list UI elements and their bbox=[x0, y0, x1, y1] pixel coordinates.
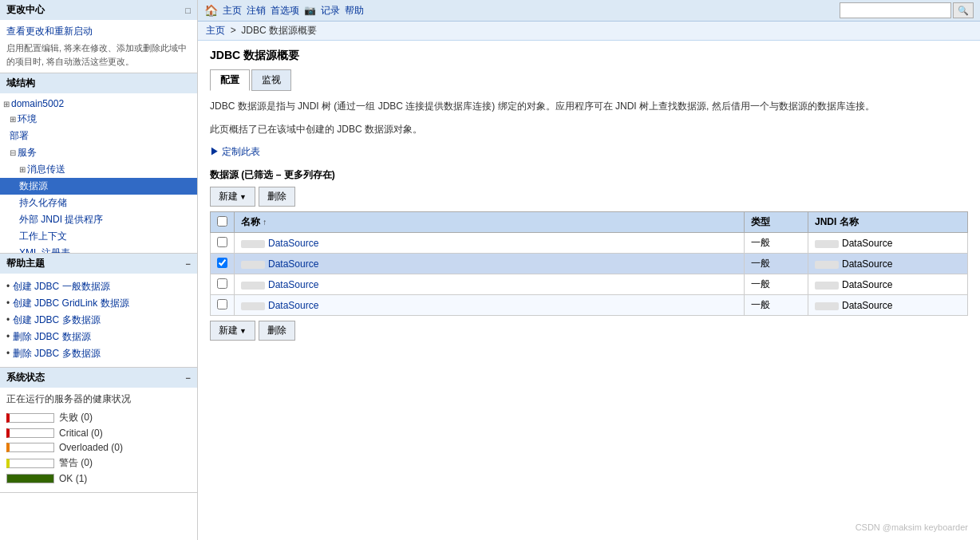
nav-preferences[interactable]: 首选项 bbox=[271, 4, 299, 18]
help-item: 删除 JDBC 数据源 bbox=[6, 329, 191, 345]
table-header: 名称 ↑ 类型 JNDI 名称 bbox=[211, 212, 968, 233]
home-icon: 🏠 bbox=[204, 4, 218, 17]
domain-header: 域结构 bbox=[0, 73, 197, 93]
tree-item[interactable]: 部署 bbox=[0, 128, 197, 144]
help-item: 创建 JDBC GridLink 数据源 bbox=[6, 295, 191, 312]
status-item: OK (1) bbox=[6, 473, 191, 484]
help-title: 帮助主题 bbox=[6, 257, 45, 270]
tree-item-link[interactable]: 外部 JNDI 提供程序 bbox=[19, 214, 103, 225]
datasource-name-link[interactable]: DataSource bbox=[268, 300, 318, 311]
tab-monitor[interactable]: 监视 bbox=[251, 69, 291, 91]
new-button-bottom[interactable]: 新建 ▼ bbox=[210, 321, 255, 341]
status-items: 失败 (0)Critical (0)Overloaded (0)警告 (0)OK… bbox=[6, 411, 191, 484]
status-bar bbox=[6, 443, 54, 452]
header-type[interactable]: 类型 bbox=[745, 212, 808, 233]
datasource-name-link[interactable]: DataSource bbox=[268, 238, 318, 249]
row-checkbox[interactable] bbox=[217, 299, 227, 309]
status-bar bbox=[6, 413, 54, 423]
tree-item-link[interactable]: 服务 bbox=[18, 147, 37, 158]
description-1: JDBC 数据源是指与 JNDI 树 (通过一组 JDBC 连接提供数据库连接)… bbox=[210, 99, 968, 114]
row-type-cell: 一般 bbox=[745, 254, 808, 274]
breadcrumb-home[interactable]: 主页 bbox=[206, 25, 225, 36]
tree-item[interactable]: 工作上下文 bbox=[0, 228, 197, 245]
tree-item[interactable]: ⊞环境 bbox=[0, 111, 197, 128]
status-header: 系统状态 − bbox=[0, 368, 197, 388]
status-section: 系统状态 − 正在运行的服务器的健康状况 失败 (0)Critical (0)O… bbox=[0, 368, 197, 493]
new-button[interactable]: 新建 ▼ bbox=[210, 187, 255, 207]
help-link[interactable]: 创建 JDBC 一般数据源 bbox=[13, 281, 110, 292]
tree-item[interactable]: ⊞domain5002 bbox=[0, 97, 197, 111]
tree-item-link[interactable]: domain5002 bbox=[11, 98, 64, 109]
breadcrumb: 主页 > JDBC 数据源概要 bbox=[198, 22, 980, 41]
status-label: Critical (0) bbox=[59, 428, 103, 439]
content-area: 🏠 主页 注销 首选项 📷 记录 帮助 🔍 主页 > JDBC 数据源概要 JD… bbox=[198, 0, 980, 540]
customize-link[interactable]: ▶ 定制此表 bbox=[210, 145, 260, 159]
header-name[interactable]: 名称 ↑ bbox=[235, 212, 745, 233]
row-name-cell: DataSource bbox=[235, 233, 745, 254]
table-body: DataSource一般DataSourceDataSource一般DataSo… bbox=[211, 233, 968, 316]
status-label: 警告 (0) bbox=[59, 456, 93, 470]
tree-item-link[interactable]: 环境 bbox=[18, 113, 37, 124]
tree-item-link[interactable]: XML 注册表 bbox=[19, 247, 70, 253]
status-bar bbox=[6, 459, 54, 468]
tree-item[interactable]: ⊟服务 bbox=[0, 144, 197, 161]
update-center-body: 查看更改和重新启动 启用配置编辑, 将来在修改、添加或删除此域中的项目时, 将自… bbox=[0, 20, 197, 73]
tree-item-link[interactable]: 部署 bbox=[10, 130, 29, 141]
row-name-cell: DataSource bbox=[235, 274, 745, 295]
status-label: Overloaded (0) bbox=[59, 442, 123, 453]
jndi-blur bbox=[815, 282, 839, 290]
tree-item[interactable]: XML 注册表 bbox=[0, 245, 197, 253]
tree-item-label: 数据源 bbox=[19, 180, 48, 191]
table-row: DataSource一般DataSource bbox=[211, 274, 968, 295]
status-item: 警告 (0) bbox=[6, 456, 191, 470]
status-collapse[interactable]: − bbox=[186, 373, 191, 383]
nav-record-icon: 📷 bbox=[304, 5, 316, 16]
datasource-name-link[interactable]: DataSource bbox=[268, 279, 318, 290]
help-link[interactable]: 创建 JDBC GridLink 数据源 bbox=[13, 298, 129, 309]
tree-item-link[interactable]: 工作上下文 bbox=[19, 231, 67, 242]
help-link[interactable]: 删除 JDBC 多数据源 bbox=[13, 348, 101, 359]
table-row: DataSource一般DataSource bbox=[211, 295, 968, 316]
tree-expand-icon: ⊞ bbox=[3, 100, 10, 108]
tree-item-link[interactable]: 消息传送 bbox=[27, 164, 65, 175]
nav-logout[interactable]: 注销 bbox=[247, 4, 266, 18]
update-link[interactable]: 查看更改和重新启动 bbox=[6, 25, 191, 38]
help-item: 创建 JDBC 多数据源 bbox=[6, 312, 191, 329]
tab-config[interactable]: 配置 bbox=[210, 69, 250, 91]
update-center-collapse[interactable]: □ bbox=[185, 6, 191, 15]
sidebar: 更改中心 □ 查看更改和重新启动 启用配置编辑, 将来在修改、添加或删除此域中的… bbox=[0, 0, 198, 540]
select-all-checkbox[interactable] bbox=[217, 216, 227, 227]
row-checkbox[interactable] bbox=[217, 258, 227, 268]
header-checkbox[interactable] bbox=[211, 212, 235, 233]
row-checkbox-cell bbox=[211, 274, 235, 295]
header-jndi[interactable]: JNDI 名称 bbox=[808, 212, 968, 233]
search-input[interactable] bbox=[840, 2, 951, 18]
row-checkbox[interactable] bbox=[217, 278, 227, 289]
nav-home[interactable]: 主页 bbox=[223, 4, 242, 18]
description-2: 此页概括了已在该域中创建的 JDBC 数据源对象。 bbox=[210, 122, 968, 137]
search-button[interactable]: 🔍 bbox=[953, 2, 974, 18]
table-toolbar: 新建 ▼ 删除 bbox=[210, 187, 968, 207]
jndi-blur bbox=[815, 240, 839, 248]
tree-item[interactable]: 持久化存储 bbox=[0, 195, 197, 211]
tree-item[interactable]: ⊞消息传送 bbox=[0, 161, 197, 178]
help-link[interactable]: 删除 JDBC 数据源 bbox=[13, 331, 91, 342]
help-link[interactable]: 创建 JDBC 多数据源 bbox=[13, 314, 101, 325]
help-collapse[interactable]: − bbox=[186, 259, 191, 269]
delete-button[interactable]: 删除 bbox=[259, 187, 295, 207]
tree-item-link[interactable]: 持久化存储 bbox=[19, 197, 67, 208]
table-row: DataSource一般DataSource bbox=[211, 254, 968, 274]
data-table: 名称 ↑ 类型 JNDI 名称 DataSource一般DataSourceDa… bbox=[210, 211, 968, 316]
tree-expand-icon: ⊞ bbox=[10, 115, 16, 124]
tree-item[interactable]: 数据源 bbox=[0, 178, 197, 195]
update-center-title: 更改中心 bbox=[6, 3, 45, 17]
nav-help[interactable]: 帮助 bbox=[345, 4, 364, 18]
new-dropdown-arrow-bottom: ▼ bbox=[239, 327, 247, 335]
nav-record[interactable]: 记录 bbox=[321, 4, 340, 18]
tree-item[interactable]: 外部 JNDI 提供程序 bbox=[0, 211, 197, 228]
datasource-name-link[interactable]: DataSource bbox=[268, 258, 318, 270]
delete-button-bottom[interactable]: 删除 bbox=[259, 321, 295, 341]
row-checkbox[interactable] bbox=[217, 237, 227, 247]
jndi-blur bbox=[815, 302, 839, 310]
sort-arrow: ↑ bbox=[263, 218, 267, 227]
